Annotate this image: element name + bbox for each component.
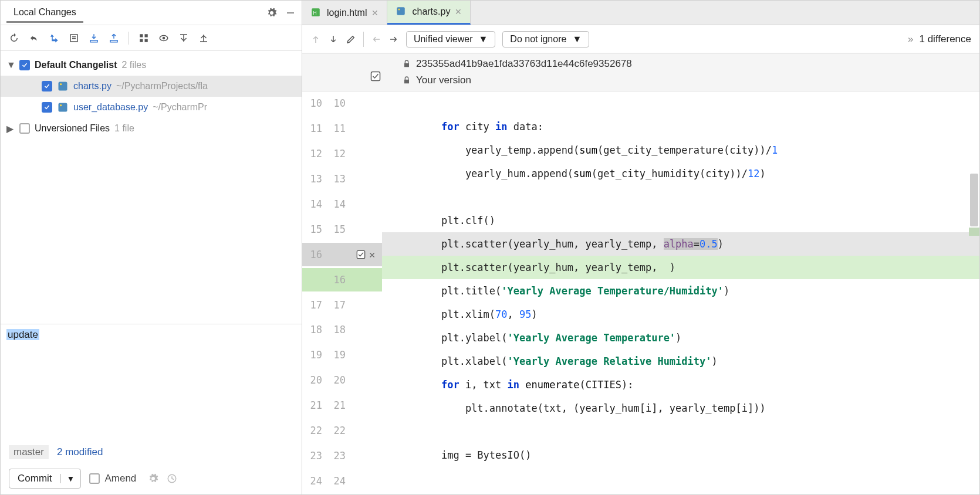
code-line[interactable]: plt.xlim(70, 95) bbox=[382, 303, 979, 326]
diff-code-area[interactable]: 10101111121213131414151516✕1617171818191… bbox=[302, 91, 979, 494]
edit-icon[interactable] bbox=[346, 34, 356, 45]
next-diff-icon[interactable] bbox=[328, 34, 339, 45]
scrollbar-diff-marker[interactable] bbox=[969, 228, 979, 236]
file-path: ~/PycharmProjects/fla bbox=[116, 81, 208, 91]
refresh-icon[interactable] bbox=[9, 33, 19, 43]
unversioned-count: 1 file bbox=[114, 123, 134, 134]
collapse-arrow-icon[interactable]: ▶ bbox=[6, 123, 15, 134]
include-all-checkbox[interactable] bbox=[370, 71, 381, 82]
commit-message-text: update bbox=[6, 329, 39, 340]
code-line[interactable]: img = BytesIO() bbox=[382, 443, 979, 467]
branch-badge[interactable]: master bbox=[9, 445, 49, 459]
code-line[interactable]: plt.ylabel('Yearly Average Temperature') bbox=[382, 326, 979, 350]
changelist-icon[interactable] bbox=[69, 33, 79, 43]
changelist-name: Default Changelist bbox=[35, 60, 117, 70]
editor-tabs: H login.html ✕ charts.py ✕ bbox=[302, 1, 979, 25]
code-line[interactable] bbox=[382, 420, 979, 443]
diff-toolbar: Unified viewer ▼ Do not ignore ▼ » 1 dif… bbox=[302, 25, 979, 53]
local-changes-panel: Local Changes ▼ Default Changelist 2 fil… bbox=[1, 1, 302, 494]
changelist-count: 2 files bbox=[121, 60, 146, 70]
code-line[interactable]: plt.clf() bbox=[382, 209, 979, 232]
commit-bar: Commit ▼ Amend bbox=[1, 463, 302, 494]
include-line-checkbox[interactable] bbox=[356, 250, 366, 259]
prev-diff-icon[interactable] bbox=[310, 34, 321, 45]
expand-arrow-icon[interactable]: ▼ bbox=[6, 60, 15, 70]
viewer-mode-dropdown[interactable]: Unified viewer ▼ bbox=[406, 31, 495, 48]
close-icon[interactable]: ✕ bbox=[455, 7, 462, 16]
file-name: user_database.py bbox=[73, 102, 148, 113]
file-row[interactable]: charts.py ~/PycharmProjects/fla bbox=[1, 76, 302, 97]
svg-point-7 bbox=[163, 36, 165, 39]
status-line: master 2 modified bbox=[1, 442, 302, 463]
code-line[interactable]: plt.title('Yearly Average Temperature/Hu… bbox=[382, 279, 979, 303]
tab-label: charts.py bbox=[412, 6, 450, 17]
more-icon[interactable]: » bbox=[908, 33, 913, 45]
gear-icon[interactable] bbox=[266, 8, 277, 18]
revert-line-icon[interactable]: ✕ bbox=[369, 249, 375, 260]
group-icon[interactable] bbox=[138, 33, 149, 43]
whitespace-label: Do not ignore bbox=[510, 34, 566, 45]
svg-rect-3 bbox=[145, 34, 148, 37]
unversioned-checkbox[interactable] bbox=[19, 123, 30, 134]
chevron-down-icon: ▼ bbox=[572, 34, 582, 45]
code-line[interactable]: for i, txt in enumerate(CITIES): bbox=[382, 373, 979, 396]
changelist-node[interactable]: ▼ Default Changelist 2 files bbox=[1, 55, 302, 76]
code-line[interactable]: plt.annotate(txt, (yearly_hum[i], yearly… bbox=[382, 396, 979, 420]
code-line[interactable]: plt.scatter(yearly_hum, yearly_temp, alp… bbox=[382, 232, 979, 256]
version-info: 235355ad41b9ae1fda33763d11e44c6fe9352678… bbox=[302, 53, 979, 91]
svg-rect-18 bbox=[357, 250, 364, 258]
code-line[interactable]: for city in data: bbox=[382, 115, 979, 138]
back-icon[interactable] bbox=[371, 34, 381, 45]
tab-charts-py[interactable]: charts.py ✕ bbox=[387, 1, 471, 25]
modified-link[interactable]: 2 modified bbox=[57, 446, 103, 458]
unversioned-node[interactable]: ▶ Unversioned Files 1 file bbox=[1, 118, 302, 139]
amend-label: Amend bbox=[104, 473, 136, 484]
commit-message-input[interactable]: update bbox=[1, 324, 302, 442]
collapse-icon[interactable] bbox=[198, 33, 209, 43]
panel-title: Local Changes bbox=[6, 2, 83, 23]
viewer-mode-label: Unified viewer bbox=[414, 34, 472, 45]
lock-icon bbox=[402, 76, 411, 85]
whitespace-dropdown[interactable]: Do not ignore ▼ bbox=[502, 31, 589, 48]
unversioned-label: Unversioned Files bbox=[35, 123, 110, 134]
diff-icon[interactable] bbox=[49, 33, 59, 43]
svg-text:H: H bbox=[313, 10, 317, 15]
shelve-icon[interactable] bbox=[89, 33, 99, 43]
unshelve-icon[interactable] bbox=[109, 33, 119, 43]
file-checkbox[interactable] bbox=[42, 81, 52, 91]
minimize-icon[interactable] bbox=[285, 8, 296, 18]
close-icon[interactable]: ✕ bbox=[371, 8, 379, 18]
line-gutter: 10101111121213131414151516✕1617171818191… bbox=[302, 91, 382, 494]
chevron-down-icon: ▼ bbox=[478, 34, 488, 45]
gear-icon[interactable] bbox=[148, 473, 158, 484]
code-line[interactable]: plt.scatter(yearly_hum, yearly_temp, ) bbox=[382, 256, 979, 279]
file-name: charts.py bbox=[73, 81, 111, 91]
preview-icon[interactable] bbox=[158, 33, 169, 43]
expand-icon[interactable] bbox=[178, 33, 189, 43]
changes-tree: ▼ Default Changelist 2 files charts.py ~… bbox=[1, 51, 302, 324]
file-checkbox[interactable] bbox=[42, 102, 52, 113]
amend-checkbox[interactable]: Amend bbox=[89, 473, 136, 484]
rollback-icon[interactable] bbox=[29, 33, 39, 43]
code-line[interactable]: yearly_temp.append(sum(get_city_temperat… bbox=[382, 138, 979, 162]
history-icon[interactable] bbox=[167, 473, 177, 484]
svg-rect-4 bbox=[140, 39, 143, 42]
commit-dropdown-icon[interactable]: ▼ bbox=[60, 474, 81, 483]
code-line[interactable] bbox=[382, 91, 979, 115]
base-hash: 235355ad41b9ae1fda33763d11e44c6fe9352678 bbox=[416, 58, 632, 70]
tab-login-html[interactable]: H login.html ✕ bbox=[302, 1, 387, 25]
svg-rect-8 bbox=[59, 82, 67, 91]
code-lines[interactable]: for city in data: yearly_temp.append(sum… bbox=[382, 91, 979, 494]
scrollbar-thumb[interactable] bbox=[970, 174, 978, 226]
svg-rect-2 bbox=[140, 34, 143, 37]
changelist-checkbox[interactable] bbox=[19, 60, 30, 70]
commit-area: update master 2 modified Commit ▼ Amend bbox=[1, 324, 302, 494]
diff-count: 1 difference bbox=[919, 33, 971, 45]
python-file-icon bbox=[57, 80, 69, 92]
commit-button[interactable]: Commit ▼ bbox=[9, 469, 81, 489]
forward-icon[interactable] bbox=[388, 34, 399, 45]
code-line[interactable]: yearly_hum.append(sum(get_city_humidity(… bbox=[382, 162, 979, 185]
code-line[interactable]: plt.xlabel('Yearly Average Relative Humi… bbox=[382, 350, 979, 373]
file-row[interactable]: user_database.py ~/PycharmPr bbox=[1, 97, 302, 118]
code-line[interactable] bbox=[382, 185, 979, 209]
